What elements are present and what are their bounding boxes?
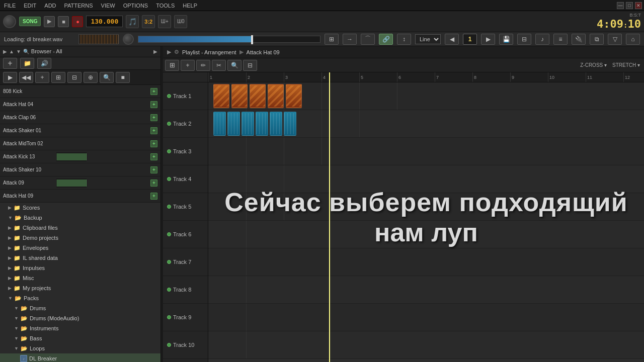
clip-2-2[interactable] xyxy=(227,112,240,136)
master-volume-knob[interactable] xyxy=(3,15,16,28)
env-btn[interactable]: ↕ xyxy=(397,34,411,45)
playlist-options-btn[interactable]: ⚙ xyxy=(174,49,179,55)
copy-btn[interactable]: ⧉ xyxy=(590,34,604,45)
clip-2-1[interactable] xyxy=(213,112,226,136)
bpm-display[interactable]: 130.000 xyxy=(86,16,123,27)
track-row-10[interactable] xyxy=(208,331,644,359)
seq-add-btn[interactable]: + xyxy=(35,72,49,83)
browser-up-btn[interactable]: ▲ xyxy=(9,49,14,54)
menu-view[interactable]: VIEW xyxy=(99,2,117,10)
link-btn[interactable]: 🔗 xyxy=(379,34,393,45)
menu-patterns[interactable]: PATTERNS xyxy=(62,2,95,10)
clip-1-3[interactable] xyxy=(250,84,266,108)
clip-2-5[interactable] xyxy=(270,112,282,136)
track-row-7[interactable] xyxy=(208,248,644,276)
pl-tool-erase[interactable]: ✏ xyxy=(196,60,210,71)
browser-add-btn[interactable]: + xyxy=(3,58,17,69)
filter-btn[interactable]: ▽ xyxy=(608,34,622,45)
song-mode-button[interactable]: SONG xyxy=(19,17,41,26)
seq-add-attackhat04[interactable]: + xyxy=(150,101,157,108)
pl-mute-btn[interactable]: ⊟ xyxy=(243,60,257,71)
track-row-6[interactable] xyxy=(208,221,644,248)
arrow-right-btn[interactable]: → xyxy=(343,34,357,45)
playlist-collapse-btn[interactable]: ▶ xyxy=(167,49,171,55)
folder-myprojects[interactable]: ▶ 📁 My projects xyxy=(0,283,160,293)
clip-1-2[interactable] xyxy=(231,84,248,108)
snap-btn[interactable]: ⌂ xyxy=(626,34,640,45)
folder-bass[interactable]: ▼ 📂 Bass xyxy=(0,333,160,343)
step-len-btn[interactable]: Ш0 xyxy=(174,15,187,28)
track-row-1[interactable] xyxy=(208,82,644,110)
seq-close-btn[interactable]: ■ xyxy=(116,72,130,83)
file-dl-breaker[interactable]: ♪ DL Breaker xyxy=(0,353,160,362)
folder-clipboard[interactable]: ▶ 📁 Clipboard files xyxy=(0,223,160,233)
pattern-length-btn[interactable]: Ш+ xyxy=(158,15,171,28)
seq-solo-btn[interactable]: ⊕ xyxy=(84,72,98,83)
seq-add-attackclap06[interactable]: + xyxy=(150,114,157,121)
folder-scores[interactable]: ▶ 📁 Scores xyxy=(0,203,160,213)
left-arrow-btn[interactable]: ◀ xyxy=(445,34,459,45)
menu-options[interactable]: OPTIONS xyxy=(121,2,150,10)
pl-zoom-btn[interactable]: 🔍 xyxy=(227,60,242,71)
progress-bar[interactable] xyxy=(138,36,320,43)
menu-file[interactable]: FILE xyxy=(2,2,18,10)
right-arrow-btn2[interactable]: ▶ xyxy=(481,34,495,45)
folder-drums-modeaudio[interactable]: ▼ 📂 Drums (ModeAudio) xyxy=(0,313,160,323)
metronome-button[interactable]: 🎵 xyxy=(126,15,139,28)
seq-add-attack09[interactable]: + xyxy=(150,179,157,187)
folder-demo[interactable]: ▶ 📁 Demo projects xyxy=(0,233,160,243)
save-btn[interactable]: 💾 xyxy=(499,34,513,45)
clip-2-3[interactable] xyxy=(242,112,254,136)
menu-edit[interactable]: EDIT xyxy=(22,2,38,10)
seq-add-attackshaker10[interactable]: + xyxy=(150,166,157,173)
folder-instruments[interactable]: ▼ 📂 Instruments xyxy=(0,323,160,333)
clip-1-1[interactable] xyxy=(213,84,229,108)
clip-1-5[interactable] xyxy=(286,84,302,108)
seq-steps-btn[interactable]: ⊞ xyxy=(51,72,65,83)
track-row-9[interactable] xyxy=(208,304,644,331)
seq-left-btn[interactable]: ◀◀ xyxy=(19,72,33,83)
browser-vol-btn[interactable]: 🔊 xyxy=(37,58,51,69)
track-row-8[interactable] xyxy=(208,276,644,304)
mixer-btn[interactable]: ⊟ xyxy=(517,34,531,45)
folder-packs[interactable]: ▼ 📂 Packs xyxy=(0,293,160,303)
clip-2-4[interactable] xyxy=(256,112,268,136)
folder-loops[interactable]: ▼ 📂 Loops xyxy=(0,343,160,353)
menu-add[interactable]: ADD xyxy=(42,2,58,10)
timeline-area[interactable]: 1 2 3 4 5 6 7 8 9 10 11 12 xyxy=(208,72,644,362)
seq-add-attackkick13[interactable]: + xyxy=(150,153,157,160)
pl-tool-cut[interactable]: ✂ xyxy=(212,60,226,71)
menu-tools[interactable]: TOOLS xyxy=(154,2,177,10)
curve-btn[interactable]: ⌒ xyxy=(361,34,375,45)
seq-add-attackmidtom02[interactable]: + xyxy=(150,140,157,147)
pl-tool-draw[interactable]: + xyxy=(181,60,195,71)
folder-envelopes[interactable]: ▶ 📁 Envelopes xyxy=(0,243,160,253)
maximize-button[interactable]: □ xyxy=(626,2,633,9)
folder-drums[interactable]: ▼ 📂 Drums xyxy=(0,303,160,313)
piano-btn[interactable]: ♪ xyxy=(535,34,549,45)
seq-play-btn[interactable]: ▶ xyxy=(3,72,17,83)
tracks-container[interactable] xyxy=(208,82,644,359)
menu-help[interactable]: HELP xyxy=(181,2,199,10)
progress-handle[interactable] xyxy=(251,35,253,44)
clip-1-4[interactable] xyxy=(268,84,284,108)
minimize-button[interactable]: — xyxy=(617,2,624,9)
browser-options-btn[interactable]: ▶ xyxy=(153,49,157,54)
track-row-4[interactable] xyxy=(208,165,644,193)
browser-search-icon[interactable]: 🔍 xyxy=(23,49,29,54)
track-row-3[interactable] xyxy=(208,138,644,165)
folder-backup[interactable]: ▼ 📂 Backup xyxy=(0,213,160,223)
clip-2-6[interactable] xyxy=(284,112,296,136)
browser-folder-btn[interactable]: 📁 xyxy=(20,58,34,69)
folder-ilshared[interactable]: ▶ 📁 IL shared data xyxy=(0,253,160,263)
plugin-btn[interactable]: 🔌 xyxy=(572,34,586,45)
browser-down-btn[interactable]: ▼ xyxy=(16,49,21,54)
seq-add-attackshaker01[interactable]: + xyxy=(150,127,157,134)
preview-knob[interactable] xyxy=(123,34,134,45)
seq-zoom-btn[interactable]: 🔍 xyxy=(100,72,114,83)
grid-btn[interactable]: ⊞ xyxy=(325,34,339,45)
seq-add-attackhat09[interactable]: + xyxy=(150,193,157,200)
seq-mute-btn[interactable]: ⊟ xyxy=(67,72,82,83)
record-button[interactable]: ● xyxy=(72,16,83,27)
browser-collapse-btn[interactable]: ▶ xyxy=(3,49,7,54)
